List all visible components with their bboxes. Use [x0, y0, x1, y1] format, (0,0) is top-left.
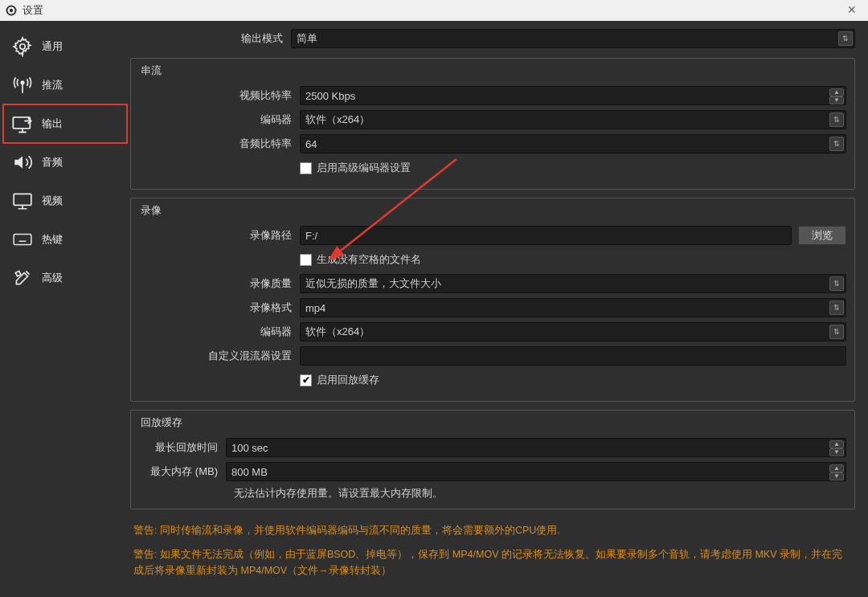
svg-rect-7	[14, 235, 31, 245]
replay-buffer-checkbox[interactable]: ✔	[300, 374, 312, 386]
warning-2: 警告: 如果文件无法完成（例如，由于蓝屏BSOD、掉电等），保存到 MP4/MO…	[133, 546, 852, 579]
chevron-updown-icon: ⇅	[829, 112, 844, 127]
recording-group: 录像 录像路径 F:/ 浏览 生成没有空格的文件名	[130, 198, 855, 402]
max-memory-value: 800 MB	[231, 466, 268, 478]
chevron-updown-icon: ⇅	[829, 137, 844, 151]
monitor-icon	[11, 190, 34, 212]
advanced-encoder-checkbox[interactable]	[300, 162, 312, 174]
main-panel: 通用 推流 输出 音频 视频	[0, 21, 868, 597]
sidebar-item-label: 热键	[42, 232, 63, 247]
recording-encoder-value: 软件（x264）	[305, 325, 370, 339]
antenna-icon	[11, 74, 34, 96]
speaker-icon	[11, 151, 34, 174]
max-replay-time-spinbox[interactable]: 100 sec ▲▼	[226, 438, 846, 457]
sidebar-item-label: 推流	[42, 78, 63, 92]
sidebar-item-label: 音频	[42, 155, 63, 170]
keyboard-icon	[11, 228, 34, 251]
recording-format-value: mp4	[305, 302, 326, 314]
sidebar-item-label: 高级	[42, 271, 63, 285]
chevron-updown-icon: ⇅	[829, 276, 844, 291]
sidebar-item-video[interactable]: 视频	[3, 182, 127, 220]
output-mode-value: 简单	[297, 31, 317, 46]
max-memory-spinbox[interactable]: 800 MB ▲▼	[226, 462, 846, 481]
browse-button-label: 浏览	[812, 228, 833, 243]
video-bitrate-label: 视频比特率	[139, 88, 300, 103]
warning-1: 警告: 同时传输流和录像，并使用软件编码器编码与流不同的质量，将会需要额外的CP…	[133, 522, 852, 538]
no-space-filename-checkbox[interactable]	[300, 254, 312, 266]
recording-quality-dropdown[interactable]: 近似无损的质量，大文件大小 ⇅	[300, 274, 846, 293]
streaming-group: 串流 视频比特率 2500 Kbps ▲▼ 编码器 软件（x264） ⇅	[130, 58, 855, 190]
svg-point-2	[10, 9, 13, 12]
video-bitrate-value: 2500 Kbps	[305, 90, 355, 102]
no-space-filename-label: 生成没有空格的文件名	[317, 252, 421, 267]
output-mode-dropdown[interactable]: 简单 ⇅	[291, 29, 855, 48]
sidebar-item-label: 视频	[42, 194, 63, 208]
replay-legend: 回放缓存	[141, 415, 846, 430]
recording-legend: 录像	[141, 203, 846, 218]
video-bitrate-spinbox[interactable]: 2500 Kbps ▲▼	[300, 86, 846, 105]
recording-path-value: F:/	[305, 230, 317, 242]
warnings-block: 警告: 同时传输流和录像，并使用软件编码器编码与流不同的质量，将会需要额外的CP…	[130, 517, 855, 585]
audio-bitrate-label: 音频比特率	[139, 137, 300, 151]
sidebar-item-hotkeys[interactable]: 热键	[3, 220, 127, 259]
sidebar-item-label: 通用	[42, 39, 63, 54]
content-pane: 输出模式 简单 ⇅ 串流 视频比特率 2500 Kbps ▲▼	[127, 24, 866, 594]
stream-encoder-value: 软件（x264）	[305, 112, 370, 127]
window-title: 设置	[23, 3, 43, 18]
spin-arrows-icon: ▲▼	[829, 464, 844, 479]
chevron-updown-icon: ⇅	[829, 301, 844, 315]
recording-encoder-label: 编码器	[139, 325, 300, 339]
recording-quality-value: 近似无损的质量，大文件大小	[305, 276, 441, 291]
output-mode-label: 输出模式	[130, 31, 291, 46]
spin-arrows-icon: ▲▼	[829, 440, 844, 455]
svg-point-3	[20, 44, 26, 50]
recording-format-dropdown[interactable]: mp4 ⇅	[300, 298, 846, 317]
recording-path-label: 录像路径	[139, 228, 300, 243]
sidebar-item-stream[interactable]: 推流	[3, 66, 127, 104]
recording-encoder-dropdown[interactable]: 软件（x264） ⇅	[300, 322, 846, 341]
sidebar-item-general[interactable]: 通用	[3, 27, 127, 66]
recording-path-input[interactable]: F:/	[300, 226, 792, 245]
replay-buffer-label: 启用回放缓存	[317, 373, 379, 387]
output-icon	[11, 112, 34, 135]
recording-format-label: 录像格式	[139, 301, 300, 315]
streaming-legend: 串流	[141, 63, 846, 78]
chevron-updown-icon: ⇅	[838, 31, 853, 46]
replay-buffer-group: 回放缓存 最长回放时间 100 sec ▲▼ 最大内存 (MB) 800 MB …	[130, 410, 855, 509]
svg-rect-5	[13, 117, 30, 129]
custom-muxer-label: 自定义混流器设置	[139, 349, 300, 363]
max-replay-time-label: 最长回放时间	[139, 440, 226, 455]
app-icon	[5, 4, 18, 17]
replay-memo: 无法估计内存使用量。请设置最大内存限制。	[139, 486, 846, 501]
close-button[interactable]: ✕	[842, 2, 862, 18]
chevron-updown-icon: ⇅	[829, 325, 844, 339]
advanced-encoder-label: 启用高级编码器设置	[317, 161, 411, 175]
sidebar-item-label: 输出	[42, 117, 63, 131]
sidebar-item-output[interactable]: 输出	[3, 104, 127, 143]
tools-icon	[11, 267, 34, 289]
stream-encoder-dropdown[interactable]: 软件（x264） ⇅	[300, 110, 846, 129]
stream-encoder-label: 编码器	[139, 112, 300, 127]
audio-bitrate-dropdown[interactable]: 64 ⇅	[300, 134, 846, 153]
sidebar-item-advanced[interactable]: 高级	[3, 259, 127, 297]
sidebar: 通用 推流 输出 音频 视频	[3, 24, 127, 594]
max-replay-time-value: 100 sec	[231, 442, 268, 454]
gear-icon	[11, 35, 34, 58]
custom-muxer-input[interactable]	[300, 346, 846, 366]
browse-button[interactable]: 浏览	[798, 226, 846, 245]
recording-quality-label: 录像质量	[139, 276, 300, 291]
max-memory-label: 最大内存 (MB)	[139, 464, 226, 479]
spin-arrows-icon: ▲▼	[829, 88, 844, 103]
svg-rect-6	[14, 194, 31, 205]
audio-bitrate-value: 64	[305, 138, 317, 150]
sidebar-item-audio[interactable]: 音频	[3, 143, 127, 182]
titlebar: 设置 ✕	[0, 0, 868, 21]
